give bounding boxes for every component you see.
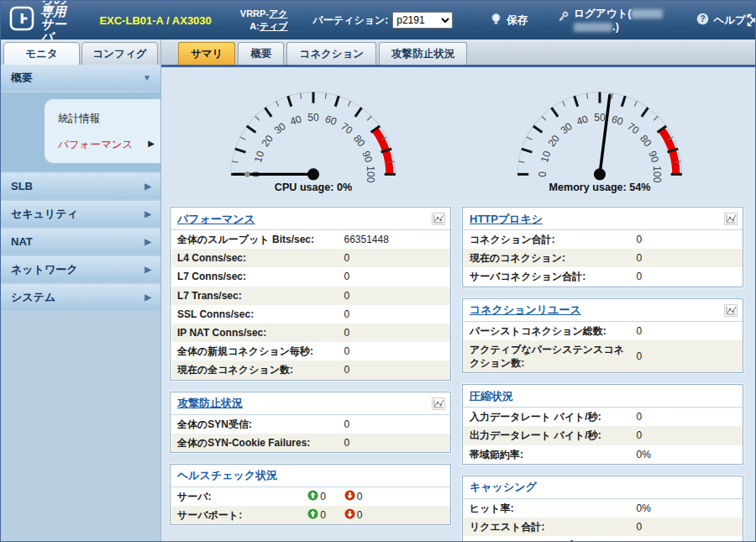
sidebar-section-label: 概要 — [11, 71, 33, 86]
tab-active[interactable]: サマリ — [178, 42, 235, 65]
stat-value: 0 — [344, 252, 349, 264]
sidebar-section[interactable]: ネットワーク▶ — [1, 256, 160, 282]
expand-arrows-icon[interactable] — [746, 13, 756, 28]
vrrp-status-link[interactable]: ティブ — [260, 21, 288, 31]
svg-text:100: 100 — [651, 166, 663, 182]
line-chart-icon[interactable] — [724, 304, 738, 317]
content: 0102030405060708090100CPU usage: 0%01020… — [161, 67, 755, 541]
help-label: ヘルプ — [713, 13, 745, 28]
sidebar-section[interactable]: システム▶ — [1, 284, 160, 310]
connection-reuse-panel-title[interactable]: コネクションリユース — [470, 303, 581, 318]
sidebar-tab-active[interactable]: モニタ — [3, 42, 80, 65]
vrrp-status-link[interactable]: アク — [269, 8, 288, 18]
partition-select[interactable]: p2191 — [392, 12, 453, 29]
down-circle-icon — [344, 508, 355, 522]
svg-text:60: 60 — [323, 113, 338, 128]
svg-text:?: ? — [701, 14, 706, 24]
cpu-usage-gauge: 0102030405060708090100CPU usage: 0% — [216, 74, 411, 195]
stat-row: サーバポート:00 — [171, 506, 450, 524]
stat-label: L7 Conns/sec: — [171, 270, 344, 283]
save-button[interactable]: 保存 — [490, 13, 528, 29]
health-up-count: 0 — [307, 490, 326, 503]
stat-label: 全体の新規コネクション毎秒: — [171, 345, 344, 358]
logout-button[interactable]: ログアウト( .) — [556, 7, 663, 34]
left-panel-column: パフォーマンス全体のスループット Bits/sec:66351448L4 Con… — [170, 207, 451, 525]
line-chart-icon[interactable] — [724, 213, 738, 225]
tab-inactive[interactable]: 攻撃防止状況 — [379, 42, 467, 65]
stat-row: IP NAT Conns/sec:0 — [171, 324, 450, 342]
sidebar-section[interactable]: セキュリティ▶ — [1, 201, 160, 227]
stat-label: コネクション合計: — [463, 233, 636, 246]
chevron-down-icon: ▼ — [143, 73, 151, 82]
http-proxy-panel-header: HTTPプロキシ — [463, 208, 743, 230]
gauges-row: 0102030405060708090100CPU usage: 0%01020… — [170, 74, 743, 202]
stat-value: 0% — [636, 449, 650, 460]
body: モニタコンフィグ 概要▼統計情報パフォーマンス▶SLB▶セキュリティ▶NAT▶ネ… — [1, 39, 755, 541]
main-area: サマリ概要コネクション攻撃防止状況 0102030405060708090100… — [161, 39, 755, 541]
sidebar-item-label: 統計情報 — [58, 113, 100, 124]
stat-label: ヒット率: — [463, 502, 636, 515]
stat-label: L4 Conns/sec: — [171, 251, 344, 265]
sidebar: モニタコンフィグ 概要▼統計情報パフォーマンス▶SLB▶セキュリティ▶NAT▶ネ… — [1, 39, 161, 541]
stat-value: 0 — [636, 271, 642, 282]
chevron-right-icon: ▶ — [144, 182, 151, 191]
stat-row: アクティブなパーシステンスコネクション数:0 — [463, 340, 743, 372]
partition-label: パーティション: — [313, 13, 389, 28]
performance-panel-title[interactable]: パフォーマンス — [177, 212, 255, 227]
http-proxy-panel: HTTPプロキシコネクション合計:0現在のコネクション:0サーバコネクション合計… — [462, 207, 743, 287]
vrrp-status: VRRP-アク A:ティブ — [240, 8, 288, 33]
svg-text:30: 30 — [559, 120, 575, 136]
stat-label: 現在の全コネクション数: — [171, 363, 344, 376]
connection-reuse-panel-header: コネクションリユース — [463, 299, 743, 322]
stat-row: 全体のスループット Bits/sec:66351448 — [171, 230, 450, 249]
stat-value: 0 — [344, 364, 349, 376]
performance-panel-header: パフォーマンス — [171, 208, 450, 230]
tab-inactive[interactable]: コネクション — [286, 42, 376, 65]
stat-row: サーバコネクション合計:0 — [463, 267, 743, 286]
stat-value: 66351448 — [344, 234, 388, 245]
stat-value: 0 — [344, 437, 349, 449]
stat-value: 0 — [636, 252, 642, 264]
app-window: さくらの専用サーバ sakura dedicated server EXC-LB… — [0, 0, 756, 542]
header: さくらの専用サーバ sakura dedicated server EXC-LB… — [1, 1, 755, 39]
chevron-right-icon: ▶ — [148, 139, 155, 148]
stat-value: 0 — [344, 271, 349, 282]
stat-row: 現在の全コネクション数:0 — [171, 360, 450, 379]
line-chart-icon[interactable] — [432, 397, 445, 410]
attack-prevention-panel: 攻撃防止状況全体のSYN受信:0全体のSYN-Cookie Failures:0 — [170, 392, 451, 453]
logo-title: さくらの専用サーバ — [40, 0, 77, 43]
stat-label: サーバコネクション合計: — [463, 270, 636, 283]
tab-inactive[interactable]: 概要 — [238, 42, 284, 65]
attack-prevention-panel-title[interactable]: 攻撃防止状況 — [177, 396, 243, 411]
save-label: 保存 — [507, 13, 528, 28]
stat-row: ヒット率:0% — [463, 499, 743, 518]
memory-usage-gauge: 0102030405060708090100Memory usage: 54% — [502, 74, 697, 195]
stat-label: キャッシュされたオブジェクト: — [463, 539, 636, 541]
sidebar-tab-inactive[interactable]: コンフィグ — [81, 42, 158, 65]
svg-text:20: 20 — [259, 133, 275, 149]
stat-value: 0 — [357, 491, 363, 503]
http-proxy-panel-title[interactable]: HTTPプロキシ — [470, 212, 543, 227]
line-chart-icon[interactable] — [432, 213, 445, 225]
sidebar-item-active[interactable]: パフォーマンス▶ — [45, 132, 160, 158]
chevron-right-icon: ▶ — [144, 237, 151, 246]
sidebar-section-label: ネットワーク — [11, 262, 78, 277]
redacted-username — [574, 23, 612, 32]
sidebar-item-default[interactable]: 統計情報 — [45, 106, 160, 132]
health-check-panel-header: ヘルスチェック状況 — [171, 465, 450, 487]
sidebar-section-label: SLB — [11, 180, 33, 192]
sidebar-section[interactable]: 概要▼ — [1, 65, 160, 91]
stat-label: 出力データレート バイト/秒: — [463, 429, 636, 442]
stat-label: 全体のSYN受信: — [171, 418, 344, 431]
compression-panel: 圧縮状況入力データレート バイト/秒:0出力データレート バイト/秒:0帯域節約… — [462, 384, 743, 465]
sidebar-section[interactable]: SLB▶ — [1, 173, 160, 199]
help-button[interactable]: ? ヘルプ — [696, 13, 745, 28]
svg-text:70: 70 — [339, 120, 354, 136]
svg-text:CPU usage: 0%: CPU usage: 0% — [275, 182, 352, 193]
svg-text:10: 10 — [538, 150, 554, 164]
stat-value: 0 — [344, 327, 349, 339]
stat-row: L7 Conns/sec:0 — [171, 267, 450, 286]
sidebar-section[interactable]: NAT▶ — [1, 229, 160, 255]
svg-text:10: 10 — [252, 150, 267, 164]
stat-value: 0 — [636, 539, 642, 541]
